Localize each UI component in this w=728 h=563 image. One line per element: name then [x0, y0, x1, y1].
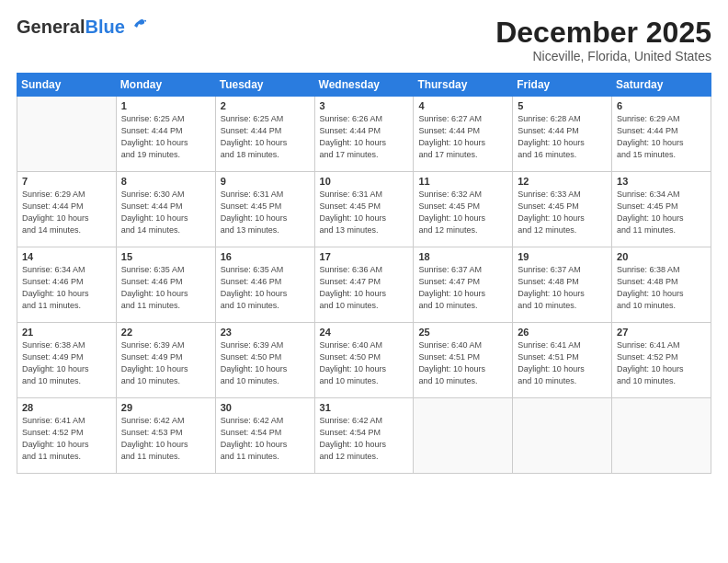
day-info: Sunrise: 6:34 AM Sunset: 4:45 PM Dayligh… — [617, 189, 706, 236]
day-info: Sunrise: 6:42 AM Sunset: 4:53 PM Dayligh… — [121, 415, 210, 463]
day-info: Sunrise: 6:39 AM Sunset: 4:50 PM Dayligh… — [221, 339, 310, 387]
calendar-cell: 3Sunrise: 6:26 AM Sunset: 4:44 PM Daylig… — [314, 97, 414, 172]
day-number: 15 — [121, 251, 210, 262]
day-number: 30 — [221, 402, 310, 413]
header: GeneralBlue December 2025 Niceville, Flo… — [17, 17, 711, 63]
calendar-cell: 26Sunrise: 6:41 AM Sunset: 4:51 PM Dayli… — [513, 323, 612, 398]
day-info: Sunrise: 6:40 AM Sunset: 4:51 PM Dayligh… — [418, 339, 507, 387]
calendar-week-row: 21Sunrise: 6:38 AM Sunset: 4:49 PM Dayli… — [17, 323, 711, 398]
weekday-header: Wednesday — [314, 74, 414, 97]
bird-icon — [127, 17, 147, 37]
calendar-cell: 23Sunrise: 6:39 AM Sunset: 4:50 PM Dayli… — [215, 323, 314, 398]
day-number: 31 — [320, 402, 409, 413]
calendar-week-row: 1Sunrise: 6:25 AM Sunset: 4:44 PM Daylig… — [17, 97, 711, 172]
calendar-cell: 18Sunrise: 6:37 AM Sunset: 4:47 PM Dayli… — [414, 247, 513, 323]
day-number: 17 — [320, 251, 409, 262]
calendar-cell: 13Sunrise: 6:34 AM Sunset: 4:45 PM Dayli… — [612, 172, 711, 247]
day-number: 11 — [418, 176, 507, 187]
title-block: December 2025 Niceville, Florida, United… — [495, 17, 711, 63]
logo: GeneralBlue — [17, 17, 147, 37]
logo-general: GeneralBlue — [17, 17, 125, 36]
day-info: Sunrise: 6:40 AM Sunset: 4:50 PM Dayligh… — [320, 339, 409, 387]
day-info: Sunrise: 6:41 AM Sunset: 4:52 PM Dayligh… — [22, 415, 111, 463]
day-number: 18 — [418, 251, 507, 262]
day-number: 4 — [418, 100, 507, 111]
day-number: 16 — [221, 251, 310, 262]
day-info: Sunrise: 6:25 AM Sunset: 4:44 PM Dayligh… — [221, 113, 310, 161]
calendar-cell: 25Sunrise: 6:40 AM Sunset: 4:51 PM Dayli… — [414, 323, 513, 398]
day-info: Sunrise: 6:38 AM Sunset: 4:48 PM Dayligh… — [617, 264, 706, 312]
day-number: 25 — [418, 327, 507, 338]
day-number: 22 — [121, 327, 210, 338]
day-info: Sunrise: 6:31 AM Sunset: 4:45 PM Dayligh… — [320, 189, 409, 236]
day-info: Sunrise: 6:42 AM Sunset: 4:54 PM Dayligh… — [320, 415, 409, 463]
day-number: 6 — [617, 100, 706, 111]
day-number: 27 — [617, 327, 706, 338]
day-number: 24 — [320, 327, 409, 338]
day-number: 19 — [518, 251, 607, 262]
calendar-cell: 16Sunrise: 6:35 AM Sunset: 4:46 PM Dayli… — [215, 247, 314, 323]
day-number: 28 — [22, 402, 111, 413]
calendar-cell: 12Sunrise: 6:33 AM Sunset: 4:45 PM Dayli… — [513, 172, 612, 247]
day-info: Sunrise: 6:26 AM Sunset: 4:44 PM Dayligh… — [320, 113, 409, 161]
day-number: 8 — [121, 176, 210, 187]
page: GeneralBlue December 2025 Niceville, Flo… — [0, 0, 728, 563]
day-info: Sunrise: 6:29 AM Sunset: 4:44 PM Dayligh… — [22, 189, 111, 236]
calendar-cell: 8Sunrise: 6:30 AM Sunset: 4:44 PM Daylig… — [116, 172, 215, 247]
calendar-cell: 30Sunrise: 6:42 AM Sunset: 4:54 PM Dayli… — [215, 398, 314, 474]
calendar-cell: 2Sunrise: 6:25 AM Sunset: 4:44 PM Daylig… — [215, 97, 314, 172]
calendar-cell — [414, 398, 513, 474]
day-info: Sunrise: 6:25 AM Sunset: 4:44 PM Dayligh… — [121, 113, 210, 161]
day-info: Sunrise: 6:36 AM Sunset: 4:47 PM Dayligh… — [320, 264, 409, 312]
calendar-cell: 14Sunrise: 6:34 AM Sunset: 4:46 PM Dayli… — [17, 247, 117, 323]
day-info: Sunrise: 6:29 AM Sunset: 4:44 PM Dayligh… — [617, 113, 706, 161]
calendar-cell: 24Sunrise: 6:40 AM Sunset: 4:50 PM Dayli… — [314, 323, 414, 398]
day-info: Sunrise: 6:28 AM Sunset: 4:44 PM Dayligh… — [518, 113, 607, 161]
calendar-cell — [513, 398, 612, 474]
weekday-header: Friday — [513, 74, 612, 97]
day-info: Sunrise: 6:39 AM Sunset: 4:49 PM Dayligh… — [121, 339, 210, 387]
calendar-cell: 31Sunrise: 6:42 AM Sunset: 4:54 PM Dayli… — [314, 398, 414, 474]
day-info: Sunrise: 6:27 AM Sunset: 4:44 PM Dayligh… — [418, 113, 507, 161]
day-info: Sunrise: 6:42 AM Sunset: 4:54 PM Dayligh… — [221, 415, 310, 463]
day-number: 14 — [22, 251, 111, 262]
calendar-cell: 20Sunrise: 6:38 AM Sunset: 4:48 PM Dayli… — [612, 247, 711, 323]
day-number: 7 — [22, 176, 111, 187]
calendar-cell: 15Sunrise: 6:35 AM Sunset: 4:46 PM Dayli… — [116, 247, 215, 323]
day-number: 2 — [221, 100, 310, 111]
calendar-cell: 22Sunrise: 6:39 AM Sunset: 4:49 PM Dayli… — [116, 323, 215, 398]
day-number: 12 — [518, 176, 607, 187]
day-info: Sunrise: 6:32 AM Sunset: 4:45 PM Dayligh… — [418, 189, 507, 236]
calendar-cell: 19Sunrise: 6:37 AM Sunset: 4:48 PM Dayli… — [513, 247, 612, 323]
weekday-header: Sunday — [17, 74, 117, 97]
weekday-header: Tuesday — [215, 74, 314, 97]
day-info: Sunrise: 6:41 AM Sunset: 4:52 PM Dayligh… — [617, 339, 706, 387]
day-info: Sunrise: 6:34 AM Sunset: 4:46 PM Dayligh… — [22, 264, 111, 312]
day-number: 21 — [22, 327, 111, 338]
calendar-cell: 5Sunrise: 6:28 AM Sunset: 4:44 PM Daylig… — [513, 97, 612, 172]
calendar-cell: 9Sunrise: 6:31 AM Sunset: 4:45 PM Daylig… — [215, 172, 314, 247]
day-number: 29 — [121, 402, 210, 413]
month-title: December 2025 — [495, 17, 711, 49]
day-info: Sunrise: 6:35 AM Sunset: 4:46 PM Dayligh… — [121, 264, 210, 312]
calendar-week-row: 14Sunrise: 6:34 AM Sunset: 4:46 PM Dayli… — [17, 247, 711, 323]
day-number: 9 — [221, 176, 310, 187]
calendar-cell: 28Sunrise: 6:41 AM Sunset: 4:52 PM Dayli… — [17, 398, 117, 474]
day-number: 20 — [617, 251, 706, 262]
calendar-week-row: 7Sunrise: 6:29 AM Sunset: 4:44 PM Daylig… — [17, 172, 711, 247]
calendar-cell: 17Sunrise: 6:36 AM Sunset: 4:47 PM Dayli… — [314, 247, 414, 323]
calendar-cell — [17, 97, 117, 172]
day-info: Sunrise: 6:31 AM Sunset: 4:45 PM Dayligh… — [221, 189, 310, 236]
day-info: Sunrise: 6:38 AM Sunset: 4:49 PM Dayligh… — [22, 339, 111, 387]
calendar-cell: 1Sunrise: 6:25 AM Sunset: 4:44 PM Daylig… — [116, 97, 215, 172]
day-info: Sunrise: 6:41 AM Sunset: 4:51 PM Dayligh… — [518, 339, 607, 387]
calendar-week-row: 28Sunrise: 6:41 AM Sunset: 4:52 PM Dayli… — [17, 398, 711, 474]
calendar-cell: 4Sunrise: 6:27 AM Sunset: 4:44 PM Daylig… — [414, 97, 513, 172]
calendar-cell: 7Sunrise: 6:29 AM Sunset: 4:44 PM Daylig… — [17, 172, 117, 247]
weekday-header: Monday — [116, 74, 215, 97]
calendar-cell — [612, 398, 711, 474]
weekday-header: Saturday — [612, 74, 711, 97]
calendar-cell: 10Sunrise: 6:31 AM Sunset: 4:45 PM Dayli… — [314, 172, 414, 247]
weekday-header-row: SundayMondayTuesdayWednesdayThursdayFrid… — [17, 74, 711, 97]
day-number: 13 — [617, 176, 706, 187]
